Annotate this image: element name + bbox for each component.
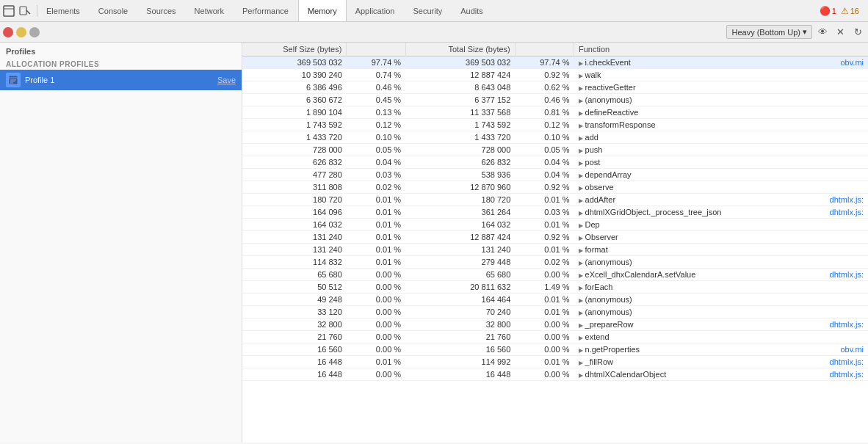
refresh-icon[interactable]: ↻	[850, 25, 865, 40]
cell-function[interactable]: eXcell_dhxCalendarA.setValuedhtmlx.js:	[574, 269, 868, 281]
cell-function[interactable]: dependArray	[574, 169, 868, 181]
view-dropdown[interactable]: Heavy (Bottom Up) ▾	[726, 25, 812, 39]
cell-function[interactable]: walk	[574, 69, 868, 81]
cell-function[interactable]: Dep	[574, 219, 868, 231]
tab-memory[interactable]: Memory	[298, 0, 347, 21]
table-row[interactable]: 21 7600.00 %21 7600.00 %extend	[242, 331, 868, 343]
cell-function[interactable]: _fillRowdhtmlx.js:	[574, 356, 868, 368]
inspect-icon[interactable]	[19, 5, 31, 17]
function-link[interactable]: obv.mi	[840, 58, 864, 67]
tab-application[interactable]: Application	[347, 0, 405, 21]
table-row[interactable]: 6 386 4960.46 %8 643 0480.62 %reactiveGe…	[242, 81, 868, 94]
dock-icon[interactable]	[3, 5, 15, 17]
function-link[interactable]: dhtmlx.js:	[830, 357, 864, 366]
header-total-pct	[515, 43, 574, 57]
tab-network[interactable]: Network	[186, 0, 234, 21]
table-row[interactable]: 164 0960.01 %361 2640.03 %dhtmlXGridObje…	[242, 206, 868, 219]
cell-self-pct: 0.04 %	[347, 156, 405, 169]
table-row[interactable]: 131 2400.01 %12 887 4240.92 %Observer	[242, 231, 868, 244]
table-row[interactable]: 728 0000.05 %728 0000.05 %push	[242, 144, 868, 156]
close-icon[interactable]: ✕	[833, 25, 847, 40]
cell-self-size: 49 248	[242, 294, 347, 306]
cell-function[interactable]: defineReactive	[574, 106, 868, 119]
table-row[interactable]: 311 8080.02 %12 870 9600.92 %observe	[242, 181, 868, 194]
cell-function[interactable]: observe	[574, 181, 868, 194]
cell-self-size: 32 800	[242, 319, 347, 331]
table-row[interactable]: 164 0320.01 %164 0320.01 %Dep	[242, 219, 868, 231]
profile-save[interactable]: Save	[217, 76, 236, 84]
table-row[interactable]: 16 4480.01 %114 9920.01 %_fillRowdhtmlx.…	[242, 356, 868, 368]
table-row[interactable]: 626 8320.04 %626 8320.04 %post	[242, 156, 868, 169]
table-row[interactable]: 1 433 7200.10 %1 433 7200.10 %add	[242, 131, 868, 144]
table-row[interactable]: 180 7200.01 %180 7200.01 %addAfterdhtmlx…	[242, 194, 868, 206]
table-row[interactable]: 65 6800.00 %65 6800.00 %eXcell_dhxCalend…	[242, 269, 868, 281]
cell-function[interactable]: add	[574, 131, 868, 144]
tab-console[interactable]: Console	[90, 0, 137, 21]
table-row[interactable]: 16 4480.00 %16 4480.00 %dhtmlXCalendarOb…	[242, 368, 868, 381]
table-row[interactable]: 32 8000.00 %32 8000.00 %_prepareRowdhtml…	[242, 319, 868, 331]
cell-function[interactable]: n.getPropertiesobv.mi	[574, 343, 868, 356]
cell-function[interactable]: post	[574, 156, 868, 169]
cell-self-pct: 0.74 %	[347, 69, 405, 81]
eye-icon[interactable]: 👁	[815, 25, 830, 40]
table-row[interactable]: 131 2400.01 %131 2400.01 %format	[242, 244, 868, 256]
cell-function[interactable]: format	[574, 244, 868, 256]
cell-function[interactable]: _prepareRowdhtmlx.js:	[574, 319, 868, 331]
clear-button[interactable]	[29, 27, 40, 37]
cell-function[interactable]: reactiveGetter	[574, 81, 868, 94]
cell-function[interactable]: i.checkEventobv.mi	[574, 57, 868, 69]
cell-function[interactable]: addAfterdhtmlx.js:	[574, 194, 868, 206]
table-row[interactable]: 114 8320.01 %279 4480.02 %(anonymous)	[242, 256, 868, 269]
function-name: reactiveGetter	[579, 83, 636, 92]
function-name: defineReactive	[579, 108, 639, 117]
cell-function[interactable]: (anonymous)	[574, 256, 868, 269]
table-row[interactable]: 10 390 2400.74 %12 887 4240.92 %walk	[242, 69, 868, 81]
cell-self-size: 131 240	[242, 244, 347, 256]
stop-button[interactable]	[16, 27, 26, 37]
cell-function[interactable]: dhtmlXCalendarObjectdhtmlx.js:	[574, 368, 868, 381]
cell-self-pct: 0.00 %	[347, 294, 405, 306]
table-row[interactable]: 1 890 1040.13 %11 337 5680.81 %defineRea…	[242, 106, 868, 119]
table-row[interactable]: 6 360 6720.45 %6 377 1520.46 %(anonymous…	[242, 94, 868, 106]
warn-badge: ⚠ 16	[841, 6, 859, 16]
table-row[interactable]: 16 5600.00 %16 5600.00 %n.getPropertieso…	[242, 343, 868, 356]
cell-function[interactable]: transformResponse	[574, 119, 868, 131]
function-name: Dep	[579, 220, 600, 229]
cell-function[interactable]: (anonymous)	[574, 294, 868, 306]
cell-total-pct: 0.01 %	[515, 194, 574, 206]
tab-audits[interactable]: Audits	[452, 0, 493, 21]
record-button[interactable]	[3, 27, 13, 37]
cell-total-pct: 0.00 %	[515, 368, 574, 381]
cell-self-size: 21 760	[242, 331, 347, 343]
table-row[interactable]: 50 5120.00 %20 811 6321.49 %forEach	[242, 281, 868, 294]
cell-function[interactable]: extend	[574, 331, 868, 343]
cell-function[interactable]: push	[574, 144, 868, 156]
tab-security[interactable]: Security	[404, 0, 452, 21]
tab-elements[interactable]: Elements	[37, 0, 90, 21]
profile-item[interactable]: Profile 1 Save	[0, 70, 242, 90]
cell-function[interactable]: Observer	[574, 231, 868, 244]
table-row[interactable]: 477 2800.03 %538 9360.04 %dependArray	[242, 169, 868, 181]
cell-self-size: 477 280	[242, 169, 347, 181]
cell-self-pct: 0.01 %	[347, 219, 405, 231]
cell-self-pct: 0.03 %	[347, 169, 405, 181]
function-name: (anonymous)	[579, 258, 632, 266]
table-row[interactable]: 33 1200.00 %70 2400.01 %(anonymous)	[242, 306, 868, 319]
tab-sources[interactable]: Sources	[137, 0, 185, 21]
function-link[interactable]: dhtmlx.js:	[830, 195, 864, 204]
table-row[interactable]: 369 503 03297.74 %369 503 03297.74 %i.ch…	[242, 57, 868, 69]
function-link[interactable]: dhtmlx.js:	[830, 370, 864, 379]
top-right-badges: 🔴 1 ⚠ 16	[820, 6, 865, 16]
function-link[interactable]: obv.mi	[840, 345, 864, 354]
function-link[interactable]: dhtmlx.js:	[830, 208, 864, 216]
cell-function[interactable]: (anonymous)	[574, 94, 868, 106]
table-row[interactable]: 1 743 5920.12 %1 743 5920.12 %transformR…	[242, 119, 868, 131]
table-row[interactable]: 49 2480.00 %164 4640.01 %(anonymous)	[242, 294, 868, 306]
function-name: (anonymous)	[579, 307, 632, 316]
function-link[interactable]: dhtmlx.js:	[830, 320, 864, 329]
cell-function[interactable]: dhtmlXGridObject._process_tree_jsondhtml…	[574, 206, 868, 219]
cell-function[interactable]: (anonymous)	[574, 306, 868, 319]
tab-performance[interactable]: Performance	[234, 0, 298, 21]
function-link[interactable]: dhtmlx.js:	[830, 270, 864, 279]
cell-function[interactable]: forEach	[574, 281, 868, 294]
